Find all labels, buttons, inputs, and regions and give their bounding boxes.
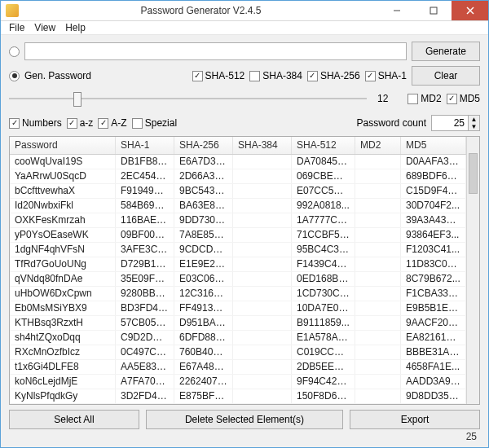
clear-button[interactable]: Clear bbox=[412, 66, 480, 86]
table-row[interactable]: koN6cLejdMjEA7FA7087...22624072...9F94C4… bbox=[10, 375, 466, 389]
chevron-up-icon[interactable]: ▲ bbox=[469, 116, 479, 123]
table-row[interactable]: t1x6Gi4DLFE8AA5E83EB...E67A48C6...2DB5EE… bbox=[10, 360, 466, 375]
table-row[interactable]: 1dgNF4qhVFsN3AFE3CFB...9CDCD184...95BC4C… bbox=[10, 243, 466, 257]
radio-custom-input[interactable] bbox=[9, 46, 20, 57]
col-sha384[interactable]: SHA-384 bbox=[233, 137, 292, 154]
table-row[interactable]: yP0YsOEaseWK09BF000D...7A8E8532...71CCBF… bbox=[10, 228, 466, 243]
col-sha1[interactable]: SHA-1 bbox=[116, 137, 174, 154]
chk-spezial[interactable] bbox=[132, 118, 143, 129]
chk-sha1[interactable] bbox=[365, 71, 376, 81]
chk-az[interactable] bbox=[67, 118, 77, 129]
col-password[interactable]: Password bbox=[10, 137, 116, 154]
minimize-button[interactable] bbox=[378, 1, 415, 20]
table-row[interactable]: OXKFesKmrzah116BAEFD...9DD730F9...1A7777… bbox=[10, 213, 466, 228]
app-icon bbox=[6, 4, 19, 17]
menu-file[interactable]: File bbox=[6, 21, 28, 34]
table-row[interactable]: YaARrwU0SqcD2EC454D2...2D66A3C7...069CBE… bbox=[10, 169, 466, 184]
select-all-button[interactable]: Select All bbox=[9, 410, 139, 429]
results-table: Password SHA-1 SHA-256 SHA-384 SHA-512 M… bbox=[9, 136, 480, 405]
menu-help[interactable]: Help bbox=[62, 21, 89, 34]
custom-input[interactable] bbox=[24, 42, 407, 60]
col-sha512[interactable]: SHA-512 bbox=[292, 137, 355, 154]
svg-rect-1 bbox=[430, 7, 437, 14]
chk-sha256[interactable] bbox=[307, 71, 318, 81]
table-row[interactable]: KTHBsq3RzxtH57CB052A...D951BAEE...B91118… bbox=[10, 316, 466, 331]
titlebar: Password Generator V2.4.5 bbox=[1, 1, 488, 21]
gen-password-label: Gen. Password bbox=[24, 70, 91, 81]
table-row[interactable]: cooWqUvaI19SDB1FB814...E6A7D3A5...DA7084… bbox=[10, 155, 466, 169]
col-sha256[interactable]: SHA-256 bbox=[174, 137, 233, 154]
table-row[interactable]: sh4htZQxoDqqC9D2DC66...6DFD8877...E1A578… bbox=[10, 331, 466, 345]
table-row[interactable]: KyNlsPfqdkGy3D2FD41C...E875BFF5...150F8D… bbox=[10, 389, 466, 404]
generate-button[interactable]: Generate bbox=[412, 42, 480, 61]
col-md5[interactable]: MD5 bbox=[401, 137, 466, 154]
table-row[interactable]: Id20NwbxiFkl584B69FF...BA63E8B5...992A08… bbox=[10, 199, 466, 213]
chevron-down-icon[interactable]: ▼ bbox=[469, 123, 479, 130]
table-row[interactable]: RXcMnOzfbIcz0C497C63...760B40AC...C019CC… bbox=[10, 345, 466, 360]
table-row[interactable]: TfRd7GoUoUNgD729B1EC...E1E9E2B8...F1439C… bbox=[10, 257, 466, 272]
footer-count: 25 bbox=[9, 429, 480, 442]
length-slider[interactable] bbox=[9, 90, 367, 107]
col-md2[interactable]: MD2 bbox=[355, 137, 401, 154]
maximize-button[interactable] bbox=[415, 1, 452, 20]
count-label: Password count bbox=[357, 117, 426, 129]
menubar: File View Help bbox=[1, 21, 488, 35]
delete-button[interactable]: Delete Selected Element(s) bbox=[146, 410, 343, 429]
table-row[interactable]: qVNdq80fnDAe35E09F57...E03C0600...0ED168… bbox=[10, 272, 466, 287]
chk-sha512[interactable] bbox=[192, 71, 203, 81]
window-title: Password Generator V2.4.5 bbox=[24, 5, 378, 16]
table-row[interactable]: bCcfttvewhaXF919499B...9BC5431F...E07CC5… bbox=[10, 184, 466, 199]
close-button[interactable] bbox=[452, 1, 488, 20]
radio-gen-password[interactable] bbox=[9, 71, 20, 81]
menu-view[interactable]: View bbox=[31, 21, 59, 34]
table-row[interactable]: uHbOW6DxCpwn9280BB03...12C316FB...1CD730… bbox=[10, 287, 466, 301]
chk-numbers[interactable] bbox=[9, 118, 20, 129]
chk-md5[interactable] bbox=[447, 94, 457, 104]
chk-sha384[interactable] bbox=[249, 71, 260, 81]
table-row[interactable]: Eb0MsMSiYBX9BD3FD44B...FF491355...10DA7E… bbox=[10, 301, 466, 316]
chk-AZ[interactable] bbox=[98, 118, 108, 129]
chk-md2[interactable] bbox=[408, 94, 418, 104]
length-value: 12 bbox=[372, 93, 388, 104]
count-spinner[interactable]: 25 ▲▼ bbox=[431, 115, 480, 131]
export-button[interactable]: Export bbox=[350, 410, 480, 429]
scrollbar[interactable] bbox=[466, 137, 479, 404]
